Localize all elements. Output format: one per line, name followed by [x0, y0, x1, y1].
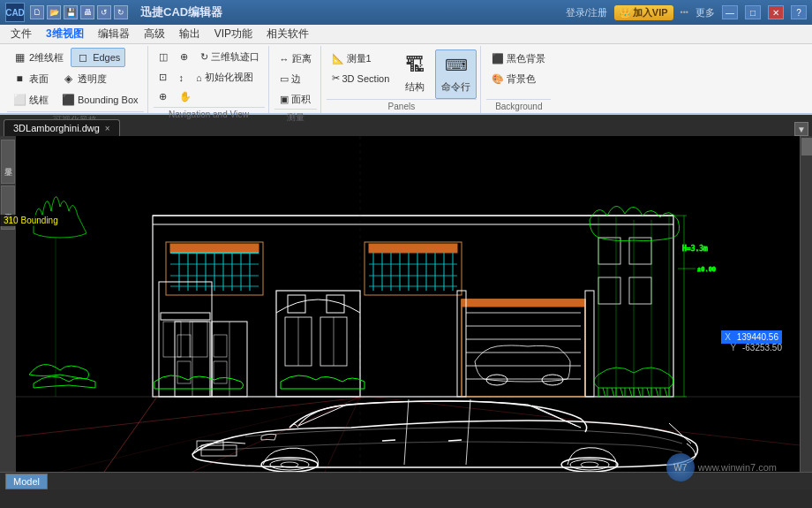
coord-x-value: 139440.56	[737, 332, 778, 342]
nav-row-1: ◫ ⊕ ↻ 三维轨迹口	[154, 48, 265, 66]
menu-vip[interactable]: VIP功能	[207, 25, 259, 43]
btn-init-view[interactable]: ⌂ 初始化视图	[191, 68, 259, 87]
doc-tab[interactable]: 3DLamborghini.dwg ×	[4, 119, 120, 136]
app-logo: CAD	[5, 3, 25, 22]
btn-command[interactable]: ⌨ 命令行	[435, 49, 477, 99]
help-btn[interactable]: ?	[791, 5, 807, 19]
viewport[interactable]: 显示 工具	[0, 136, 812, 472]
btn-2d-wireframe[interactable]: ▦ 2维线框	[7, 48, 69, 67]
btn-3d-section[interactable]: ✂ 3D Section	[327, 70, 395, 87]
ribbon-row-1: ▦ 2维线框 ◻ Edges	[7, 48, 144, 67]
close-button[interactable]: ✕	[768, 5, 784, 19]
print-btn[interactable]: 🖶	[80, 5, 94, 19]
btn-border[interactable]: ▭ 边	[274, 70, 317, 88]
ribbon-group-bg: ⬛ 黑色背景 🎨 背景色 Background	[483, 46, 554, 113]
surface-icon: ■	[12, 72, 26, 86]
menu-file[interactable]: 文件	[4, 25, 39, 43]
menu-editor[interactable]: 编辑器	[91, 25, 137, 43]
app-title: 迅捷CAD编辑器	[140, 4, 222, 20]
btn-nav2[interactable]: ⊕	[175, 49, 193, 65]
nav-group-label: Navigation and View	[154, 107, 265, 121]
btn-transparency[interactable]: ◈ 透明度	[56, 69, 112, 88]
nav-row-2: ⊡ ↕ ⌂ 初始化视图	[154, 68, 265, 87]
btn-nav1[interactable]: ◫	[154, 49, 173, 65]
svg-rect-10	[170, 244, 259, 253]
user-login[interactable]: 登录/注册	[566, 6, 607, 19]
2d-wireframe-icon: ▦	[12, 50, 26, 64]
menu-3dview[interactable]: 3维视图	[39, 25, 91, 43]
bg-group-label: Background	[486, 99, 551, 113]
watermark-site: www.winwin7.com	[698, 462, 777, 473]
redo-btn[interactable]: ↻	[114, 5, 128, 19]
minimize-button[interactable]: —	[722, 5, 738, 19]
more-btn[interactable]: 更多	[695, 6, 715, 19]
btn-3d-orbit[interactable]: ↻ 三维轨迹口	[195, 48, 265, 66]
watermark-logo: W7	[666, 453, 695, 481]
transparency-icon: ◈	[61, 72, 75, 86]
titlebar: CAD 🗋 📂 💾 🖶 ↺ ↻ 迅捷CAD编辑器 登录/注册 👑 加入VIP •…	[0, 0, 812, 25]
ribbon-group-nav: ◫ ⊕ ↻ 三维轨迹口 ⊡ ↕ ⌂ 初始化视图 ⊕ ✋ Navigation a…	[150, 46, 269, 113]
menu-advanced[interactable]: 高级	[137, 25, 172, 43]
black-bg-icon: ⬛	[492, 53, 504, 64]
btn-nav4[interactable]: ↕	[174, 70, 190, 86]
right-scrollbar[interactable]	[800, 136, 812, 472]
open-btn[interactable]: 📂	[47, 5, 61, 19]
save-btn[interactable]: 💾	[64, 5, 78, 19]
svg-line-115	[382, 440, 395, 441]
tool-display[interactable]: 显示	[1, 140, 15, 184]
coord-display: X 139440.56	[721, 330, 782, 344]
tab-close-btn[interactable]: ×	[105, 124, 110, 133]
ribbon-group-visual: ▦ 2维线框 ◻ Edges ■ 表面 ◈ 透明度 ⬜ 线框	[4, 46, 148, 113]
coord-y-value: -63253.50	[742, 343, 782, 353]
btn-nav6[interactable]: ✋	[174, 88, 197, 105]
tab-title: 3DLamborghini.dwg	[13, 123, 100, 133]
btn-edges[interactable]: ◻ Edges	[71, 48, 125, 67]
wireframe-icon: ⬜	[12, 93, 26, 107]
btn-nav3[interactable]: ⊡	[154, 69, 172, 86]
quick-access-toolbar: 🗋 📂 💾 🖶 ↺ ↻	[30, 5, 128, 19]
btn-bg-color[interactable]: 🎨 背景色	[486, 70, 551, 88]
nav-row-3: ⊕ ✋	[154, 88, 265, 105]
ribbon-group-measure: ↔ 距离 ▭ 边 ▣ 面积 测量	[271, 46, 321, 113]
btn-bounding-box[interactable]: ⬛ Bounding Box	[56, 90, 144, 110]
btn-measure1[interactable]: 📐 测量1	[327, 49, 395, 68]
menubar: 文件 3维视图 编辑器 高级 输出 VIP功能 相关软件	[0, 25, 812, 44]
coord-x-label: X	[725, 332, 731, 342]
tab-scroll-btn[interactable]: ▼	[794, 122, 808, 136]
menu-output[interactable]: 输出	[172, 25, 207, 43]
titlebar-left: CAD 🗋 📂 💾 🖶 ↺ ↻ 迅捷CAD编辑器	[5, 3, 222, 22]
ribbon: ▦ 2维线框 ◻ Edges ■ 表面 ◈ 透明度 ⬜ 线框	[0, 44, 812, 115]
titlebar-right: 登录/注册 👑 加入VIP ••• 更多 — □ ✕ ?	[566, 5, 807, 20]
watermark: W7 www.winwin7.com	[666, 453, 777, 481]
svg-rect-25	[369, 244, 457, 253]
btn-area[interactable]: ▣ 面积	[274, 90, 317, 109]
menu-related[interactable]: 相关软件	[259, 25, 316, 43]
measure-items: ↔ 距离 ▭ 边 ▣ 面积	[274, 48, 317, 109]
bounding-box-icon: ⬛	[61, 93, 75, 107]
left-toolbar: 显示 工具	[0, 136, 16, 472]
model-tab[interactable]: Model	[5, 474, 48, 489]
maximize-button[interactable]: □	[745, 5, 761, 19]
cad-drawing: H=3.3m ±0.00	[16, 136, 800, 472]
btn-distance[interactable]: ↔ 距离	[274, 49, 317, 68]
vip-button[interactable]: 👑 加入VIP	[614, 5, 673, 20]
command-icon: ⌨	[446, 55, 467, 76]
ribbon-row-3: ⬜ 线框 ⬛ Bounding Box	[7, 90, 144, 110]
btn-surface[interactable]: ■ 表面	[7, 69, 54, 88]
svg-line-116	[448, 440, 462, 441]
bg-items: ⬛ 黑色背景 🎨 背景色	[486, 48, 551, 88]
ribbon-group-panels: 📐 测量1 ✂ 3D Section 🏗 结构 ⌨ 命令行 Panels	[323, 46, 482, 113]
btn-structure[interactable]: 🏗 结构	[398, 49, 432, 99]
structure-icon: 🏗	[404, 55, 425, 76]
ribbon-row-2: ■ 表面 ◈ 透明度	[7, 69, 144, 88]
panels-group-label: Panels	[327, 99, 477, 113]
scroll-thumb[interactable]	[801, 138, 812, 155]
svg-rect-0	[16, 136, 800, 472]
bounding-label: 310 Bounding	[0, 215, 62, 226]
svg-text:H=3.3m: H=3.3m	[682, 245, 708, 253]
btn-black-bg[interactable]: ⬛ 黑色背景	[486, 49, 551, 68]
new-btn[interactable]: 🗋	[30, 5, 44, 19]
btn-nav5[interactable]: ⊕	[154, 88, 172, 105]
undo-btn[interactable]: ↺	[97, 5, 111, 19]
btn-wireframe[interactable]: ⬜ 线框	[7, 90, 54, 110]
